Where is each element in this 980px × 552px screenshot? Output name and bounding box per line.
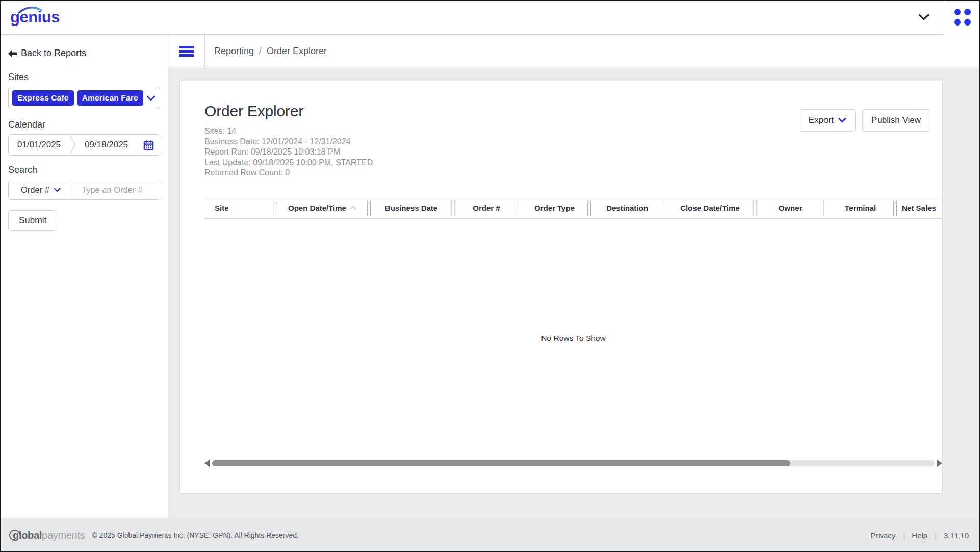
column-label: Destination xyxy=(606,204,648,212)
logo-arc-icon xyxy=(17,5,43,14)
empty-state-message: No Rows To Show xyxy=(541,334,605,343)
sidebar-filters: Back to Reports Sites Express Cafe Ameri… xyxy=(0,35,168,518)
orders-grid: Site Open Date/Time Business Date Order … xyxy=(204,197,942,469)
sites-label: Sites xyxy=(8,72,160,83)
breadcrumb-reporting[interactable]: Reporting xyxy=(214,46,254,57)
calendar-picker-button[interactable] xyxy=(137,135,160,155)
column-header-close-datetime[interactable]: Close Date/Time xyxy=(665,197,755,218)
search-field-chevron-down-icon xyxy=(54,188,61,192)
scroll-left-arrow[interactable] xyxy=(204,460,210,467)
column-header-terminal[interactable]: Terminal xyxy=(826,197,895,218)
page: genius Back to Reports Sites Express Caf… xyxy=(0,0,980,552)
search-controls: Order # xyxy=(8,180,160,200)
breadcrumb: Reporting / Order Explorer xyxy=(205,35,327,68)
sort-asc-icon xyxy=(349,205,357,210)
help-link[interactable]: Help xyxy=(912,531,927,540)
app-switcher-button[interactable] xyxy=(944,0,980,35)
report-card: Order Explorer Sites: 14 Business Date: … xyxy=(179,81,943,494)
column-label: Terminal xyxy=(845,204,876,212)
global-payments-logo: globalpayments xyxy=(11,530,85,540)
breadcrumb-current: Order Explorer xyxy=(267,46,327,57)
column-label: Order # xyxy=(473,204,500,212)
report-header: Order Explorer Sites: 14 Business Date: … xyxy=(180,81,942,179)
end-date-input[interactable]: 09/18/2025 xyxy=(76,140,137,150)
column-label: Open Date/Time xyxy=(288,204,346,212)
site-chip-american-fare[interactable]: American Fare xyxy=(77,90,143,106)
export-button[interactable]: Export xyxy=(800,109,856,132)
column-label: Close Date/Time xyxy=(680,204,739,212)
search-field-dropdown[interactable]: Order # xyxy=(9,180,73,199)
profile-chevron-down-icon[interactable] xyxy=(904,14,944,20)
header-right xyxy=(904,0,980,34)
back-arrow-icon xyxy=(8,49,17,58)
column-header-owner[interactable]: Owner xyxy=(755,197,826,218)
column-label: Order Type xyxy=(534,204,575,212)
column-label: Owner xyxy=(779,204,803,212)
scroll-right-arrow[interactable] xyxy=(937,460,942,467)
column-header-business-date[interactable]: Business Date xyxy=(369,197,453,218)
back-to-reports-link[interactable]: Back to Reports xyxy=(8,48,86,59)
column-header-destination[interactable]: Destination xyxy=(589,197,665,218)
gp-logo-light: payments xyxy=(42,530,85,541)
privacy-link[interactable]: Privacy xyxy=(870,531,895,540)
scrollbar-thumb[interactable] xyxy=(212,460,790,466)
footer-separator: | xyxy=(935,531,937,540)
export-chevron-down-icon xyxy=(838,118,846,123)
report-title: Order Explorer xyxy=(204,103,373,120)
scrollbar-track[interactable] xyxy=(212,460,935,466)
genius-logo[interactable]: genius xyxy=(10,9,60,25)
submit-button[interactable]: Submit xyxy=(8,210,57,231)
date-range-separator xyxy=(69,135,76,155)
date-range-picker: 01/01/2025 09/18/2025 xyxy=(8,134,160,156)
meta-report-run: Report Run: 09/18/2025 10:03:18 PM xyxy=(204,147,373,158)
report-title-block: Order Explorer Sites: 14 Business Date: … xyxy=(204,103,373,179)
column-header-site[interactable]: Site xyxy=(204,197,276,218)
app-header: genius xyxy=(0,0,980,35)
start-date-input[interactable]: 01/01/2025 xyxy=(9,140,69,150)
report-meta: Sites: 14 Business Date: 12/01/2024 - 12… xyxy=(204,126,373,179)
report-actions: Export Publish View xyxy=(800,109,930,179)
horizontal-scrollbar xyxy=(204,457,942,469)
order-number-input[interactable] xyxy=(73,180,160,199)
site-chip-express-cafe[interactable]: Express Cafe xyxy=(12,90,74,106)
back-to-reports-label: Back to Reports xyxy=(21,48,86,59)
column-label: Net Sales xyxy=(901,204,936,212)
meta-business-date: Business Date: 12/01/2024 - 12/31/2024 xyxy=(204,137,373,147)
grid-body: No Rows To Show xyxy=(204,219,942,457)
column-label: Site xyxy=(215,204,229,212)
copyright-text: © 2025 Global Payments Inc. (NYSE: GPN).… xyxy=(92,531,299,539)
publish-view-label: Publish View xyxy=(871,115,921,126)
sites-chevron-down-icon[interactable] xyxy=(146,95,156,101)
sites-multiselect[interactable]: Express Cafe American Fare xyxy=(8,87,160,109)
publish-view-button[interactable]: Publish View xyxy=(862,109,930,132)
column-header-order-number[interactable]: Order # xyxy=(453,197,520,218)
footer-links: Privacy | Help | 3.11.10 xyxy=(870,531,969,540)
meta-last-update: Last Update: 09/18/2025 10:00 PM, STARTE… xyxy=(204,158,373,168)
app-footer: globalpayments © 2025 Global Payments In… xyxy=(0,518,980,552)
breadcrumb-bar: Reporting / Order Explorer xyxy=(168,35,980,68)
column-label: Business Date xyxy=(385,204,437,212)
sidebar-toggle-button[interactable] xyxy=(168,35,205,68)
footer-separator: | xyxy=(902,531,905,540)
calendar-icon xyxy=(143,139,154,151)
calendar-label: Calendar xyxy=(8,119,160,130)
meta-row-count: Returned Row Count: 0 xyxy=(204,168,373,179)
app-grid-icon xyxy=(954,9,971,26)
version-text: 3.11.10 xyxy=(944,531,969,540)
breadcrumb-separator: / xyxy=(259,46,262,57)
grid-header-row: Site Open Date/Time Business Date Order … xyxy=(204,197,942,219)
export-label: Export xyxy=(809,115,834,126)
column-header-net-sales[interactable]: Net Sales xyxy=(895,197,942,218)
column-header-open-datetime[interactable]: Open Date/Time xyxy=(276,197,369,218)
search-field-value: Order # xyxy=(21,185,49,195)
search-label: Search xyxy=(8,165,160,175)
meta-sites: Sites: 14 xyxy=(204,126,373,137)
column-header-order-type[interactable]: Order Type xyxy=(520,197,589,218)
hamburger-menu-icon xyxy=(179,44,194,58)
